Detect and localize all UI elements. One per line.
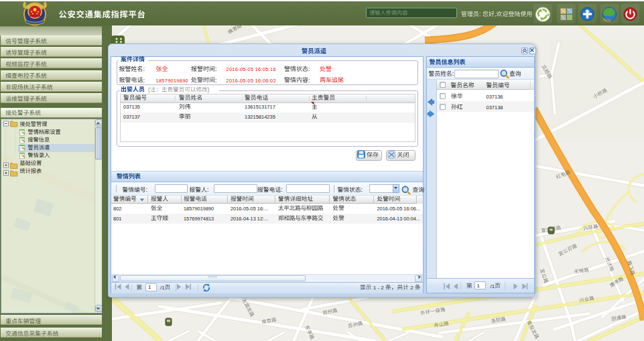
svg-text:802: 802 [113, 206, 122, 212]
svg-text::: : [215, 77, 217, 84]
svg-text:2016-04-13 00:04...: 2016-04-13 00:04... [377, 216, 421, 222]
svg-text::: : [308, 66, 310, 72]
svg-text:,: , [495, 11, 497, 17]
svg-text::: : [452, 70, 454, 77]
svg-text:1: 1 [148, 284, 151, 290]
svg-text:037138: 037138 [487, 105, 503, 111]
svg-text:13215814235: 13215814235 [245, 114, 275, 120]
svg-text:13615131717: 13615131717 [245, 104, 275, 110]
svg-text::: : [308, 77, 310, 84]
svg-text:2016-05-05 16:06:02: 2016-05-05 16:06:02 [227, 78, 276, 84]
svg-text:1: 1 [477, 283, 480, 289]
svg-text:037137: 037137 [123, 114, 140, 120]
svg-text:(: ( [148, 87, 150, 93]
svg-text:18579019890: 18579019890 [156, 78, 189, 84]
svg-text::: : [207, 186, 208, 193]
svg-text:2: 2 [409, 285, 415, 291]
svg-text::: : [215, 66, 217, 72]
svg-text::: : [479, 11, 482, 17]
svg-text:2016-04-13 12:...: 2016-04-13 12:... [231, 216, 268, 222]
svg-text:2016-05-05 16:05:16: 2016-05-05 16:05:16 [227, 66, 276, 72]
svg-text:15769974813: 15769974813 [184, 216, 214, 222]
svg-text:1 - 2: 1 - 2 [371, 285, 385, 291]
svg-text::: : [143, 66, 145, 72]
svg-text:801: 801 [113, 216, 122, 222]
svg-text::: : [281, 186, 282, 193]
svg-text:2016-05-05 16:...: 2016-05-05 16:... [231, 206, 268, 212]
svg-text::: : [361, 186, 363, 193]
svg-text:037136: 037136 [487, 94, 503, 100]
svg-text:18579019890: 18579019890 [184, 206, 214, 212]
svg-text:/1: /1 [491, 283, 495, 289]
svg-text:2016-05-05 16:06...: 2016-05-05 16:06... [377, 206, 421, 212]
svg-text::: : [143, 77, 145, 84]
svg-text:): ) [208, 87, 210, 93]
svg-text:037135: 037135 [123, 104, 140, 110]
svg-text::: : [146, 186, 147, 193]
svg-text:/1: /1 [160, 285, 165, 291]
